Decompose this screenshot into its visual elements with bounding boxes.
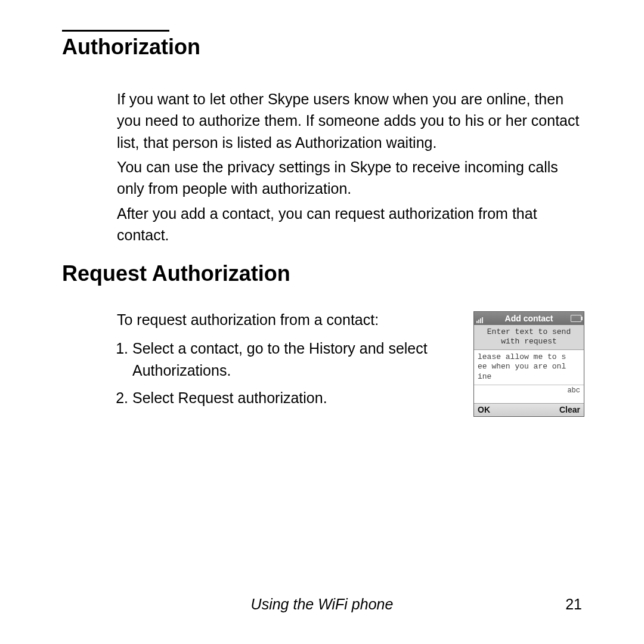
prompt-line: Enter text to send [478,327,580,337]
request-authorization-body: To request authorization from a contact:… [117,309,469,414]
phone-softkey-bar: OK Clear [474,403,584,416]
intro-text: To request authorization from a contact: [117,309,469,330]
heading-authorization: Authorization [62,35,200,60]
paragraph: You can use the privacy settings in Skyp… [117,156,582,200]
phone-text-input[interactable]: lease allow me to s ee when you are onl … [474,350,584,385]
footer-text: Using the WiFi phone [0,596,644,613]
phone-prompt: Enter text to send with request [474,325,584,350]
page-number: 21 [565,596,582,613]
list-item: Select a contact, go to the History and … [132,338,469,381]
softkey-ok[interactable]: OK [478,405,490,414]
signal-icon [476,317,483,323]
paragraph: After you add a contact, you can request… [117,203,582,246]
phone-title: Add contact [505,314,553,323]
softkey-clear[interactable]: Clear [559,405,580,414]
list-item: Select Request authorization. [132,387,469,408]
phone-input-mode: abc [474,385,584,403]
phone-title-bar: Add contact [474,312,584,325]
prompt-line: with request [478,337,580,346]
heading-rule [62,30,169,32]
steps-list: Select a contact, go to the History and … [117,338,469,408]
phone-screenshot: Add contact Enter text to send with requ… [473,311,584,417]
heading-request-authorization: Request Authorization [62,261,290,286]
paragraph: If you want to let other Skype users kno… [117,88,582,153]
battery-icon [571,315,581,322]
